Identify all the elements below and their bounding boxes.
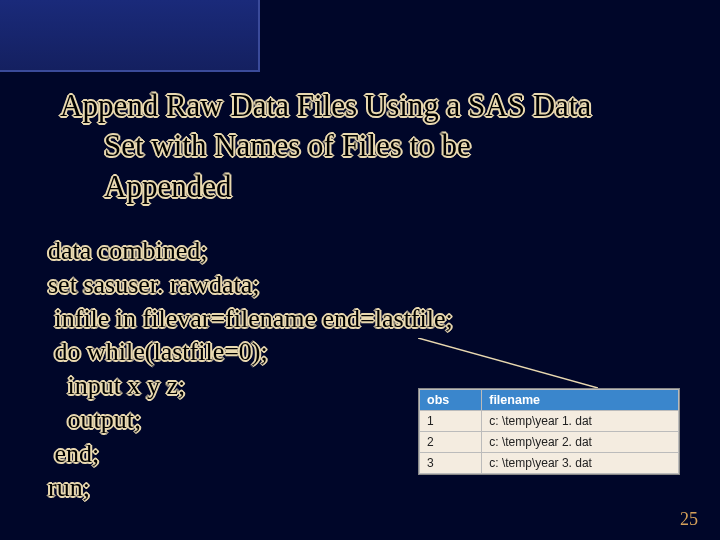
table-cell: c: \temp\year 1. dat [482, 411, 679, 432]
table-cell: 3 [420, 453, 482, 474]
table-cell: c: \temp\year 2. dat [482, 432, 679, 453]
title-line-1: Append Raw Data Files Using a SAS Data [60, 88, 591, 123]
code-line: end; [48, 437, 453, 471]
code-line: run; [48, 471, 453, 505]
code-line: input x y z; [48, 369, 453, 403]
table-header-obs: obs [420, 390, 482, 411]
table-cell: 1 [420, 411, 482, 432]
table-header-filename: filename [482, 390, 679, 411]
code-line: do while(lastfile=0); [48, 335, 453, 369]
code-line: data combined; [48, 234, 453, 268]
code-line: set sasuser. rawdata; [48, 268, 453, 302]
table-row: 1 c: \temp\year 1. dat [420, 411, 679, 432]
corner-decoration [0, 0, 260, 72]
table-row: 2 c: \temp\year 2. dat [420, 432, 679, 453]
title-line-3: Appended [60, 167, 680, 207]
table-row: 3 c: \temp\year 3. dat [420, 453, 679, 474]
code-line: infile in filevar=filename end=lastfile; [48, 302, 453, 336]
code-block: data combined; set sasuser. rawdata; inf… [48, 234, 453, 504]
slide-title: Append Raw Data Files Using a SAS Data S… [60, 86, 680, 207]
code-line: output; [48, 403, 453, 437]
table-cell: c: \temp\year 3. dat [482, 453, 679, 474]
data-table: obs filename 1 c: \temp\year 1. dat 2 c:… [418, 388, 680, 475]
table-cell: 2 [420, 432, 482, 453]
title-line-2: Set with Names of Files to be [60, 126, 680, 166]
page-number: 25 [680, 509, 698, 530]
table-header-row: obs filename [420, 390, 679, 411]
